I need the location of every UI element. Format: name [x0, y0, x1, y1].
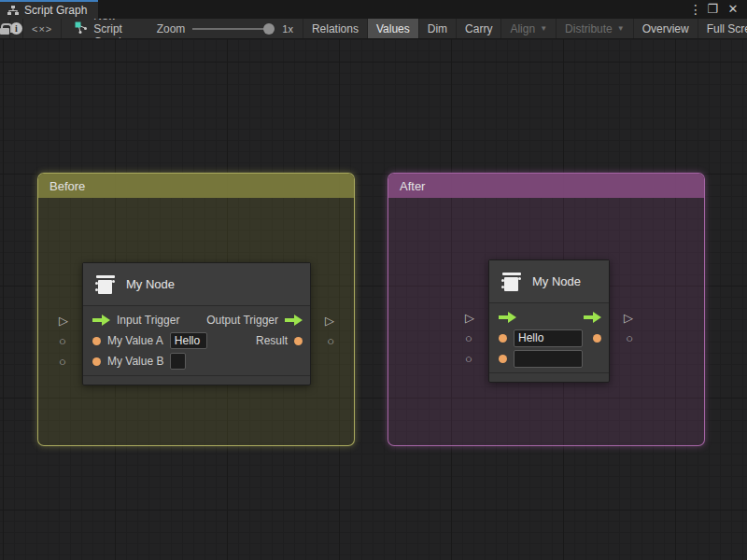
value-a-outer-port[interactable]: ○	[59, 335, 66, 347]
value-a-port-icon[interactable]	[499, 334, 507, 343]
group-before-title: Before	[49, 179, 85, 193]
code-preview-button[interactable]: <×>	[23, 19, 62, 38]
align-label: Align	[510, 22, 535, 35]
value-a-outer-port[interactable]: ○	[465, 332, 472, 344]
value-b-input[interactable]	[170, 353, 186, 370]
value-b-input[interactable]	[514, 350, 583, 368]
zoom-label: Zoom	[157, 22, 186, 35]
tab-bar: Script Graph ⋮ ❐ ✕	[0, 0, 747, 19]
group-after-header[interactable]: After	[388, 174, 704, 198]
distribute-dropdown[interactable]: Distribute▼	[556, 19, 633, 38]
value-b-outer-port[interactable]: ○	[59, 356, 66, 368]
values-label: Values	[376, 22, 410, 35]
carry-label: Carry	[465, 22, 492, 35]
align-dropdown[interactable]: Align▼	[500, 19, 556, 38]
view-buttons: Relations Values Dim Carry Align▼ Distri…	[303, 19, 747, 38]
input-trigger-label: Input Trigger	[117, 314, 179, 327]
unit-icon	[94, 273, 117, 296]
hierarchy-icon	[7, 6, 19, 16]
flow-input-port-icon[interactable]	[499, 312, 516, 323]
port-row-value-b: ○	[489, 348, 609, 369]
result-port-icon[interactable]	[593, 334, 601, 343]
script-graph-icon	[75, 21, 88, 36]
lock-button[interactable]	[0, 19, 10, 38]
close-icon[interactable]: ✕	[725, 0, 741, 19]
node-before-footer	[83, 375, 310, 385]
value-b-label: My Value B	[107, 355, 163, 368]
chevron-down-icon: ▼	[540, 24, 547, 33]
code-icon: <×>	[32, 23, 52, 35]
node-before-body: ▷ Input Trigger Output Trigger ▷ ○ My Va…	[83, 306, 310, 375]
dim-button[interactable]: Dim	[418, 19, 456, 38]
node-before[interactable]: My Node ▷ Input Trigger Output Trigger ▷…	[82, 262, 311, 385]
values-button[interactable]: Values	[367, 19, 418, 38]
result-port-icon[interactable]	[294, 337, 303, 345]
output-trigger-label: Output Trigger	[206, 314, 278, 327]
node-after-footer	[489, 372, 609, 382]
result-outer-port[interactable]: ○	[626, 332, 633, 344]
graph-title-button[interactable]: New Script Graph	[62, 19, 134, 38]
flow-input-port-icon[interactable]	[92, 315, 110, 326]
port-row-value-a: ○ My Value A Result ○	[83, 330, 310, 351]
value-b-port-icon[interactable]	[92, 357, 101, 366]
value-a-input[interactable]	[514, 329, 583, 347]
graph-title: New Script Graph	[93, 19, 124, 39]
value-a-label: My Value A	[107, 334, 163, 347]
output-trigger-outer-port[interactable]: ▷	[325, 315, 334, 327]
window-menu-icon[interactable]: ⋮	[689, 0, 700, 19]
relations-button[interactable]: Relations	[303, 19, 367, 38]
group-before-header[interactable]: Before	[38, 174, 354, 198]
window-controls: ⋮ ❐ ✕	[689, 0, 747, 19]
lock-icon	[0, 23, 9, 35]
output-trigger-outer-port[interactable]: ▷	[624, 312, 633, 324]
port-row-trigger: ▷ ▷	[489, 307, 609, 328]
overview-label: Overview	[642, 22, 689, 35]
input-trigger-outer-port[interactable]: ▷	[465, 312, 474, 324]
group-after-title: After	[400, 179, 425, 193]
node-before-header[interactable]: My Node	[83, 263, 310, 306]
tab-script-graph[interactable]: Script Graph	[0, 0, 98, 19]
zoom-control: Zoom 1x	[134, 19, 303, 38]
zoom-slider-track[interactable]	[192, 28, 267, 30]
carry-button[interactable]: Carry	[456, 19, 500, 38]
unit-icon	[500, 271, 523, 293]
distribute-label: Distribute	[565, 22, 613, 35]
node-after-body: ▷ ▷ ○ ○ ○	[489, 303, 609, 372]
graph-canvas[interactable]: Before After My Node ▷ Input Trigger Out…	[0, 39, 747, 560]
value-b-outer-port[interactable]: ○	[465, 353, 472, 365]
zoom-slider[interactable]	[192, 19, 275, 39]
zoom-value: 1x	[282, 23, 293, 35]
value-a-input[interactable]	[170, 332, 207, 349]
flow-output-port-icon[interactable]	[584, 312, 601, 323]
fullscreen-label: Full Screen	[707, 22, 747, 35]
chevron-down-icon: ▼	[617, 24, 625, 33]
flow-output-port-icon[interactable]	[285, 315, 303, 326]
node-before-title: My Node	[126, 277, 175, 291]
value-b-port-icon[interactable]	[499, 355, 507, 363]
port-row-trigger: ▷ Input Trigger Output Trigger ▷	[83, 310, 310, 330]
result-outer-port[interactable]: ○	[327, 335, 334, 347]
dim-label: Dim	[428, 22, 447, 35]
tab-label: Script Graph	[24, 4, 87, 17]
relations-label: Relations	[312, 22, 359, 35]
maximize-icon[interactable]: ❐	[704, 0, 721, 19]
port-row-value-a: ○ ○	[489, 328, 609, 348]
result-label: Result	[256, 334, 288, 347]
input-trigger-outer-port[interactable]: ▷	[59, 315, 68, 327]
graph-toolbar: i <×> New Script Graph Zoom 1x Relations…	[0, 19, 747, 39]
node-after-title: My Node	[532, 274, 581, 288]
info-button[interactable]: i	[10, 19, 23, 38]
fullscreen-button[interactable]: Full Screen	[698, 19, 747, 38]
overview-button[interactable]: Overview	[633, 19, 698, 38]
zoom-slider-knob[interactable]	[263, 23, 275, 35]
port-row-value-b: ○ My Value B	[83, 351, 310, 371]
value-a-port-icon[interactable]	[92, 337, 101, 345]
node-after-header[interactable]: My Node	[489, 260, 609, 303]
node-after[interactable]: My Node ▷ ▷ ○	[488, 259, 610, 383]
